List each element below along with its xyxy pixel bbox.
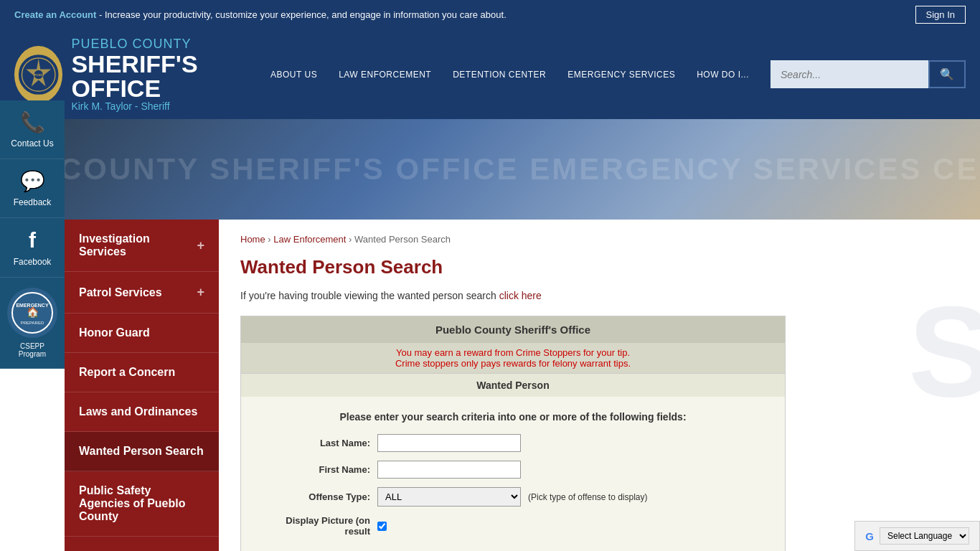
top-bar: Create an Account - Increase your produc… bbox=[0, 0, 980, 29]
phone-icon: 📞 bbox=[20, 110, 45, 134]
breadcrumb-law-enforcement[interactable]: Law Enforcement bbox=[273, 234, 346, 245]
menu-label-patrol: Patrol Services bbox=[79, 286, 162, 299]
csepp-label: CSEPP Program bbox=[6, 342, 59, 358]
reward-line1: You may earn a reward from Crime Stopper… bbox=[245, 347, 781, 358]
form-section-title: Wanted Person bbox=[241, 373, 785, 397]
contact-label: Contact Us bbox=[11, 138, 53, 149]
offense-hint: (Pick type of offense to display) bbox=[528, 492, 648, 502]
main-content: S Home › Law Enforcement › Wanted Person… bbox=[219, 220, 980, 551]
nav-detention[interactable]: DETENTION CENTER bbox=[453, 70, 546, 80]
form-body: Please enter your search criteria into o… bbox=[241, 397, 785, 551]
breadcrumb-sep2: › bbox=[349, 234, 354, 245]
hero-image: PUEBLO COUNTY SHERIFF'S OFFICE EMERGENCY… bbox=[0, 119, 980, 220]
breadcrumb-home[interactable]: Home bbox=[240, 234, 265, 245]
form-subheader: You may earn a reward from Crime Stopper… bbox=[241, 343, 785, 373]
plus-icon-patrol: + bbox=[197, 285, 204, 300]
last-name-row: Last Name: bbox=[270, 434, 756, 452]
left-menu: Investigation Services + Patrol Services… bbox=[65, 220, 219, 551]
menu-item-laws[interactable]: Laws and Ordinances bbox=[65, 392, 219, 432]
menu-item-patrol[interactable]: Patrol Services + bbox=[65, 272, 219, 314]
display-picture-row: Display Picture (on result bbox=[270, 515, 756, 537]
content-wrapper: Investigation Services + Patrol Services… bbox=[65, 220, 980, 551]
hero-text: PUEBLO COUNTY SHERIFF'S OFFICE EMERGENCY… bbox=[0, 152, 980, 187]
menu-item-investigation[interactable]: Investigation Services + bbox=[65, 220, 219, 272]
svg-text:PREPARED: PREPARED bbox=[21, 321, 44, 325]
emergency-badge: EMERGENCY 🏠 PREPARED bbox=[7, 288, 57, 338]
reward-line2: Crime stoppers only pays rewards for fel… bbox=[245, 358, 781, 369]
org-name: SHERIFF'S OFFICE bbox=[71, 52, 256, 100]
feedback-icon: 💬 bbox=[20, 169, 45, 193]
svg-text:PCSO: PCSO bbox=[34, 73, 44, 77]
sign-in-button[interactable]: Sign In bbox=[915, 6, 966, 24]
menu-item-report[interactable]: Report a Concern bbox=[65, 353, 219, 392]
wanted-form-container: Pueblo County Sheriff's Office You may e… bbox=[240, 316, 786, 551]
plus-icon-investigation: + bbox=[197, 238, 204, 253]
sidebar-item-feedback[interactable]: 💬 Feedback bbox=[0, 159, 65, 218]
site-header: PCSO PUEBLO COUNTY SHERIFF'S OFFICE Kirk… bbox=[0, 29, 980, 119]
click-here-link[interactable]: click here bbox=[499, 290, 542, 301]
display-picture-label: Display Picture (on result bbox=[270, 515, 370, 537]
last-name-label: Last Name: bbox=[270, 438, 370, 448]
offense-type-label: Offense Type: bbox=[270, 491, 370, 502]
menu-item-honor-guard[interactable]: Honor Guard bbox=[65, 314, 219, 353]
breadcrumb-current: Wanted Person Search bbox=[354, 234, 451, 245]
top-bar-tagline: - Increase your productivity, customize … bbox=[96, 9, 506, 20]
create-account-link[interactable]: Create an Account bbox=[14, 9, 96, 20]
page-title: Wanted Person Search bbox=[240, 256, 958, 278]
hero-overlay: PUEBLO COUNTY SHERIFF'S OFFICE EMERGENCY… bbox=[0, 119, 980, 220]
form-header: Pueblo County Sheriff's Office bbox=[241, 316, 785, 343]
svg-text:🏠: 🏠 bbox=[27, 306, 39, 319]
form-desc: Please enter your search criteria into o… bbox=[270, 411, 756, 423]
nav-law-enforcement[interactable]: LAW ENFORCEMENT bbox=[339, 70, 431, 80]
offense-type-select[interactable]: ALL Felony Misdemeanor bbox=[377, 487, 521, 507]
menu-label-wanted: Wanted Person Search bbox=[79, 445, 204, 458]
menu-item-public-safety[interactable]: Public Safety Agencies of Pueblo County bbox=[65, 471, 219, 537]
menu-label-laws: Laws and Ordinances bbox=[79, 405, 197, 418]
left-sidebar: 📞 Contact Us 💬 Feedback f Facebook EMERG… bbox=[0, 100, 65, 369]
org-sub: Kirk M. Taylor - Sheriff bbox=[71, 100, 256, 112]
display-picture-checkbox[interactable] bbox=[377, 522, 387, 531]
breadcrumb: Home › Law Enforcement › Wanted Person S… bbox=[240, 234, 958, 245]
offense-type-row: Offense Type: ALL Felony Misdemeanor (Pi… bbox=[270, 487, 756, 507]
org-title: PUEBLO COUNTY SHERIFF'S OFFICE Kirk M. T… bbox=[71, 37, 256, 112]
search-input[interactable] bbox=[771, 60, 928, 88]
facebook-icon: f bbox=[29, 228, 36, 253]
intro-content: If you're having trouble viewing the wan… bbox=[240, 290, 499, 301]
intro-text: If you're having trouble viewing the wan… bbox=[240, 290, 958, 301]
menu-label-investigation: Investigation Services bbox=[79, 232, 197, 258]
nav-about[interactable]: ABOUT US bbox=[270, 70, 317, 80]
search-button[interactable]: 🔍 bbox=[928, 60, 966, 88]
menu-label-public-safety: Public Safety Agencies of Pueblo County bbox=[79, 484, 204, 523]
sidebar-item-csepp[interactable]: EMERGENCY 🏠 PREPARED CSEPP Program bbox=[0, 278, 65, 369]
translate-bar: G Select Language Español Français bbox=[854, 521, 980, 551]
language-select[interactable]: Select Language Español Français bbox=[880, 527, 969, 545]
dept-label: PUEBLO COUNTY bbox=[71, 37, 256, 52]
main-nav: ABOUT US LAW ENFORCEMENT DETENTION CENTE… bbox=[270, 60, 966, 88]
top-bar-message: Create an Account - Increase your produc… bbox=[14, 9, 507, 20]
feedback-label: Feedback bbox=[14, 197, 52, 207]
menu-label-honor-guard: Honor Guard bbox=[79, 326, 150, 339]
google-icon: G bbox=[865, 530, 874, 542]
nav-how[interactable]: HOW DO I... bbox=[697, 70, 749, 80]
sidebar-item-contact[interactable]: 📞 Contact Us bbox=[0, 100, 65, 159]
first-name-label: First Name: bbox=[270, 464, 370, 475]
first-name-row: First Name: bbox=[270, 461, 756, 479]
last-name-input[interactable] bbox=[377, 434, 521, 452]
menu-label-report: Report a Concern bbox=[79, 366, 175, 379]
menu-item-wanted[interactable]: Wanted Person Search bbox=[65, 432, 219, 471]
facebook-label: Facebook bbox=[14, 257, 52, 267]
sidebar-item-facebook[interactable]: f Facebook bbox=[0, 218, 65, 278]
first-name-input[interactable] bbox=[377, 461, 521, 479]
sheriff-logo: PCSO bbox=[14, 46, 62, 103]
nav-emergency[interactable]: EMERGENCY SERVICES bbox=[567, 70, 675, 80]
search-bar: 🔍 bbox=[771, 60, 966, 88]
